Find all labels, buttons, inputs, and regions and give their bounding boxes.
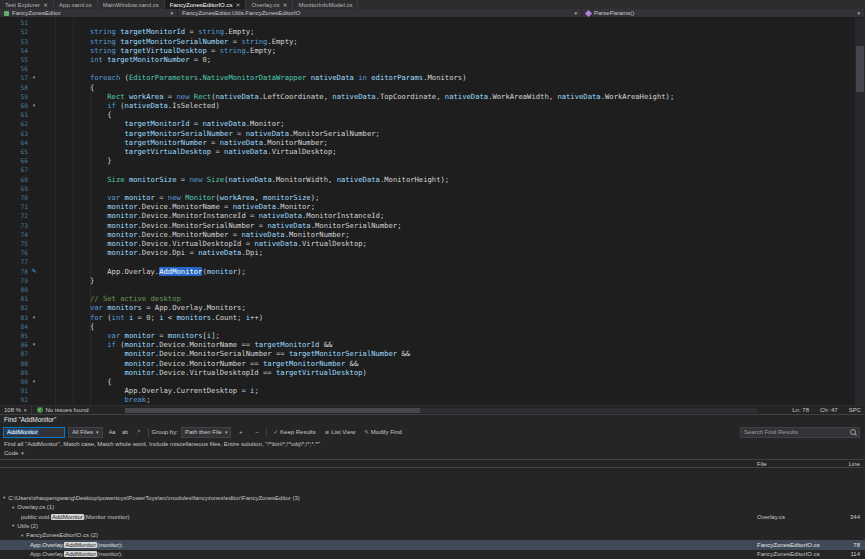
result-row[interactable]: public void AddMonitor(Monitor monitor)O… (0, 512, 865, 521)
code-line[interactable]: 80 (0, 285, 855, 294)
result-row[interactable]: ▾C:\Users\zhaopengwang\Desktop\powertoys… (0, 493, 865, 502)
line-number[interactable]: 88 (0, 360, 30, 367)
code-line[interactable]: 65 targetVirtualDesktop = nativeData.Vir… (0, 147, 855, 156)
code-line[interactable]: 62 targetMonitorId = nativeData.Monitor; (0, 119, 855, 128)
close-icon[interactable]: × (282, 2, 287, 8)
expand-all-button[interactable]: + (234, 427, 247, 438)
code-line[interactable]: 89 monitor.Device.VirtualDesktopId == ta… (0, 368, 855, 377)
result-row[interactable]: ▾Overlay.cs (1) (0, 502, 865, 511)
close-icon[interactable]: × (235, 2, 240, 8)
line-number[interactable]: 58 (0, 84, 30, 91)
line-number[interactable]: 52 (0, 28, 30, 35)
code-line[interactable]: 77 (0, 257, 855, 266)
result-row[interactable]: ▾FancyZonesEditorIO.cs (2) (0, 531, 865, 540)
file-column-header[interactable]: File (757, 461, 837, 467)
line-number[interactable]: 86 (0, 341, 30, 348)
fold-icon[interactable]: ▾ (30, 342, 38, 347)
line-number[interactable]: 65 (0, 148, 30, 155)
code-line[interactable]: 88 monitor.Device.MonitorNumber == targe… (0, 359, 855, 368)
line-number[interactable]: 55 (0, 56, 30, 63)
code-line[interactable]: 82 var monitors = App.Overlay.Monitors; (0, 303, 855, 312)
line-number[interactable]: 80 (0, 286, 30, 293)
line-number[interactable]: 77 (0, 258, 30, 265)
close-icon[interactable]: × (43, 2, 48, 8)
line-number[interactable]: 61 (0, 111, 30, 118)
code-line[interactable]: 73 monitor.Device.MonitorSerialNumber = … (0, 220, 855, 229)
code-line[interactable]: 59 Rect workArea = new Rect(nativeData.L… (0, 92, 855, 101)
line-number[interactable]: 92 (0, 396, 30, 403)
fold-icon[interactable]: ▾ (30, 379, 38, 384)
code-filter[interactable]: Code ▾ (4, 450, 24, 456)
scope-dropdown[interactable]: All Files ▾ (68, 427, 103, 438)
code-line[interactable]: 66 } (0, 156, 855, 165)
tab-mainwindow-xaml-cs[interactable]: MainWindow.xaml.cs (98, 0, 165, 9)
modify-find-button[interactable]: ✎ Modify Find (361, 427, 405, 438)
code-line[interactable]: 58 { (0, 82, 855, 91)
result-row[interactable]: ▾Utils (2) (0, 521, 865, 530)
expander-icon[interactable]: ▾ (12, 523, 14, 528)
line-number[interactable]: 83 (0, 314, 30, 321)
line-number[interactable]: 89 (0, 369, 30, 376)
editor-hscrollbar[interactable] (125, 408, 757, 413)
line-number[interactable]: 68 (0, 176, 30, 183)
code-line[interactable]: 79 } (0, 276, 855, 285)
project-dropdown[interactable]: FancyZonesEditor ▾ (0, 9, 178, 17)
line-number[interactable]: 91 (0, 387, 30, 394)
line-number[interactable]: 76 (0, 249, 30, 256)
line-number[interactable]: 71 (0, 203, 30, 210)
code-line[interactable]: 76 monitor.Device.Dpi = nativeData.Dpi; (0, 248, 855, 257)
code-line[interactable]: 75 monitor.Device.VirtualDesktopId = nat… (0, 239, 855, 248)
code-line[interactable]: 55 int targetMonitorNumber = 0; (0, 55, 855, 64)
tab-app-xaml-cs[interactable]: App.xaml.cs (54, 0, 98, 9)
code-line[interactable]: 53 string targetMonitorSerialNumber = st… (0, 36, 855, 45)
line-number[interactable]: 75 (0, 240, 30, 247)
fold-icon[interactable]: ▾ (30, 75, 38, 80)
line-number[interactable]: 81 (0, 295, 30, 302)
code-line[interactable]: 56 (0, 64, 855, 73)
line-number[interactable]: 78 (0, 268, 30, 275)
line-number[interactable]: 67 (0, 166, 30, 173)
code-line[interactable]: 54 string targetVirtualDesktop = string.… (0, 46, 855, 55)
type-dropdown[interactable]: FancyZonesEditor.Utils.FancyZonesEditorI… (178, 9, 582, 17)
code-line[interactable]: 78✎ App.Overlay.AddMonitor(monitor); (0, 266, 855, 275)
result-row[interactable]: App.Overlay.AddMonitor(monitor);FancyZon… (0, 550, 865, 559)
code-line[interactable]: 57▾ foreach (EditorParameters.NativeMoni… (0, 73, 855, 82)
code-line[interactable]: 61 { (0, 110, 855, 119)
whole-word-button[interactable]: ab (119, 427, 132, 438)
code-line[interactable]: 67 (0, 165, 855, 174)
line-number[interactable]: 74 (0, 231, 30, 238)
code-line[interactable]: 84 { (0, 322, 855, 331)
no-issues-status[interactable]: ✓ No issues found (32, 407, 94, 413)
code-line[interactable]: 86▾ if (monitor.Device.MonitorName == ta… (0, 340, 855, 349)
expander-icon[interactable]: ▾ (21, 533, 23, 538)
line-number[interactable]: 64 (0, 139, 30, 146)
result-row[interactable]: App.Overlay.AddMonitor(monitor);FancyZon… (0, 540, 865, 549)
keep-results-button[interactable]: ✓ Keep Results (270, 427, 318, 438)
find-query-input[interactable]: AddMonitor (3, 427, 65, 438)
zoom-control[interactable]: 108 % ▾ (0, 406, 32, 414)
line-number[interactable]: 90 (0, 378, 30, 385)
code-line[interactable]: 91 App.Overlay.CurrentDesktop = i; (0, 386, 855, 395)
group-by-dropdown[interactable]: Path then File ▾ (181, 427, 232, 438)
line-column-header[interactable]: Line (837, 461, 865, 467)
expander-icon[interactable]: ▾ (3, 495, 5, 500)
line-number[interactable]: 62 (0, 120, 30, 127)
line-number[interactable]: 53 (0, 38, 30, 45)
scrollbar-thumb[interactable] (856, 46, 864, 92)
fold-icon[interactable]: ▾ (30, 315, 38, 320)
line-number[interactable]: 57 (0, 74, 30, 81)
line-number[interactable]: 54 (0, 47, 30, 54)
tab-test-explorer[interactable]: Test Explorer× (0, 0, 54, 9)
code-line[interactable]: 68 Size monitorSize = new Size(nativeDat… (0, 174, 855, 183)
regex-button[interactable]: .* (132, 427, 145, 438)
code-line[interactable]: 74 monitor.Device.MonitorNumber = native… (0, 230, 855, 239)
line-number[interactable]: 59 (0, 93, 30, 100)
find-results-search-input[interactable]: Search Find Results (740, 427, 860, 438)
member-dropdown[interactable]: ParseParams() ▾ (582, 9, 865, 17)
line-number[interactable]: 73 (0, 222, 30, 229)
line-number[interactable]: 82 (0, 304, 30, 311)
tab-overlay-cs[interactable]: Overlay.cs× (246, 0, 293, 9)
code-line[interactable]: 63 targetMonitorSerialNumber = nativeDat… (0, 128, 855, 137)
line-number[interactable]: 69 (0, 185, 30, 192)
list-view-button[interactable]: ≡ List View (322, 427, 359, 438)
